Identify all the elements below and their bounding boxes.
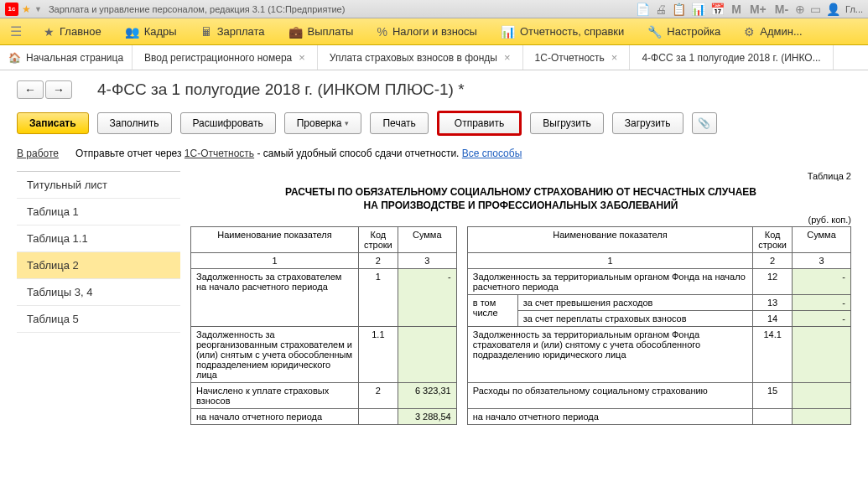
zoom-m-button[interactable]: M [730,3,743,16]
tool-icon[interactable]: 📋 [672,3,686,16]
save-button[interactable]: Записать [17,112,89,134]
workspace: Титульный лист Таблица 1 Таблица 1.1 Таб… [17,171,851,425]
cell-name: Начислено к уплате страховых взносов [191,383,359,409]
sidebar-item-t11[interactable]: Таблица 1.1 [17,225,180,252]
user-icon[interactable]: 👤 [826,3,840,16]
th-code: Код строки [359,227,398,253]
close-icon[interactable]: × [504,51,511,64]
user-label: Гл... [845,4,863,14]
close-icon[interactable]: × [299,51,305,64]
menu-settings[interactable]: 🔧Настройка [636,18,732,44]
gear-icon: ⚙ [744,25,755,39]
tab-4fss[interactable]: 4-ФСС за 1 полугодие 2018 г. (ИНКО... [630,45,833,70]
titlebar: 1с ★ ▼ Зарплата и управление персоналом,… [0,0,868,18]
tool-icon[interactable]: ▭ [810,3,821,16]
data-table: Наименование показателя Код строки Сумма… [190,226,851,425]
sidebar-item-t5[interactable]: Таблица 5 [17,306,180,333]
cell-code: 14 [753,311,793,327]
decode-button[interactable]: Расшифровать [180,112,276,134]
content-area: ← → 4-ФСС за 1 полугодие 2018 г. (ИНКОМ … [0,70,868,482]
check-button[interactable]: Проверка▾ [284,112,362,134]
cell-sum[interactable]: 3 288,54 [398,409,456,425]
import-button[interactable]: Загрузить [612,112,683,134]
close-icon[interactable]: × [611,51,618,64]
dropdown-icon[interactable]: ▼ [34,5,42,13]
all-methods-link[interactable]: Все способы [462,148,522,159]
sidebar-item-t2[interactable]: Таблица 2 [17,252,180,279]
cell-sum[interactable]: - [793,269,851,295]
cell-code: 2 [359,383,398,409]
paperclip-icon: 📎 [698,117,710,129]
menu-main[interactable]: ★Главное [32,18,113,44]
favorite-icon[interactable]: ★ [22,3,31,15]
percent-icon: % [377,25,387,39]
cell-name: в том числе [467,295,517,327]
fill-button[interactable]: Заполнить [97,112,172,134]
menu-taxes[interactable]: %Налоги и взносы [365,18,489,44]
sidebar-item-title[interactable]: Титульный лист [17,172,180,199]
app-logo-icon: 1с [5,3,18,16]
cell-name: Задолженность за территориальным органом… [467,269,753,295]
calc-icon: 🖩 [200,25,212,39]
th-sum: Сумма [398,227,456,253]
tool-icon[interactable]: 📊 [691,3,705,16]
attach-button[interactable]: 📎 [692,112,717,134]
tool-icon[interactable]: 📄 [636,3,650,16]
page-title: 4-ФСС за 1 полугодие 2018 г. (ИНКОМ ПЛЮС… [97,80,465,99]
tab-regnum[interactable]: Ввод регистрационного номера× [133,45,318,70]
cell-code: 12 [753,269,793,295]
zoom-mplus-button[interactable]: M+ [748,3,768,16]
status-link[interactable]: В работе [17,148,59,159]
cell-code: 1 [359,269,398,327]
cell-sum[interactable]: - [793,311,851,327]
cell-sub: за счет переплаты страховых взносов [517,311,753,327]
menu-admin[interactable]: ⚙Админ... [732,18,813,44]
menu-payments[interactable]: 💼Выплаты [277,18,366,44]
tabs-bar: 🏠Начальная страница Ввод регистрационног… [0,45,868,70]
table-area[interactable]: Таблица 2 РАСЧЕТЫ ПО ОБЯЗАТЕЛЬНОМУ СОЦИА… [190,171,851,425]
zoom-mminus-button[interactable]: M- [773,3,790,16]
hint-link[interactable]: 1С-Отчетность [185,148,254,159]
report-icon: 📊 [501,25,515,39]
cell-code: 15 [753,383,793,409]
sidebar-item-t34[interactable]: Таблицы 3, 4 [17,279,180,306]
main-menu: ☰ ★Главное 👥Кадры 🖩Зарплата 💼Выплаты %На… [0,18,868,45]
cell-code: 1.1 [359,327,398,383]
wallet-icon: 💼 [288,25,303,39]
menu-salary[interactable]: 🖩Зарплата [189,18,277,44]
hint-text: Отправьте отчет через 1С-Отчетность - са… [75,148,522,159]
cell-sum[interactable] [793,409,851,425]
people-icon: 👥 [125,25,139,39]
sidebar-item-t1[interactable]: Таблица 1 [17,199,180,225]
star-icon: ★ [44,25,55,39]
tab-1c-report[interactable]: 1С-Отчетность× [523,45,631,70]
chevron-down-icon: ▾ [345,119,349,127]
menu-staff[interactable]: 👥Кадры [113,18,189,44]
cell-sum[interactable]: - [398,269,456,327]
calendar-icon[interactable]: 📅 [710,3,725,16]
table-subtitle: НА ПРОИЗВОДСТВЕ И ПРОФЕССИОНАЛЬНЫХ ЗАБОЛ… [190,200,851,211]
cell-sum[interactable] [793,383,851,409]
print-button[interactable]: Печать [370,112,428,134]
export-button[interactable]: Выгрузить [530,112,604,134]
cell-sum[interactable]: 6 323,31 [398,383,456,409]
hamburger-icon[interactable]: ☰ [0,23,32,39]
tool-icon[interactable]: 🖨 [655,3,667,16]
table-caption: Таблица 2 [190,171,851,181]
cell-sub: за счет превышения расходов [517,295,753,311]
tab-payments[interactable]: Уплата страховых взносов в фонды× [318,45,523,70]
tab-home[interactable]: 🏠Начальная страница [0,45,133,70]
cell-name: на начало отчетного периода [467,409,753,425]
cell-name: Задолженность за страхователем на начало… [191,269,359,327]
cell-sum[interactable] [793,327,851,383]
cell-sum[interactable] [398,327,456,383]
cell-code [359,409,398,425]
cell-code: 14.1 [753,327,793,383]
cell-sum[interactable]: - [793,295,851,311]
menu-reports[interactable]: 📊Отчетность, справки [489,18,636,44]
action-toolbar: Записать Заполнить Расшифровать Проверка… [17,111,851,136]
send-button[interactable]: Отправить [437,111,522,136]
tool-icon[interactable]: ⊕ [795,3,805,16]
back-button[interactable]: ← [17,80,44,99]
forward-button[interactable]: → [45,80,72,99]
